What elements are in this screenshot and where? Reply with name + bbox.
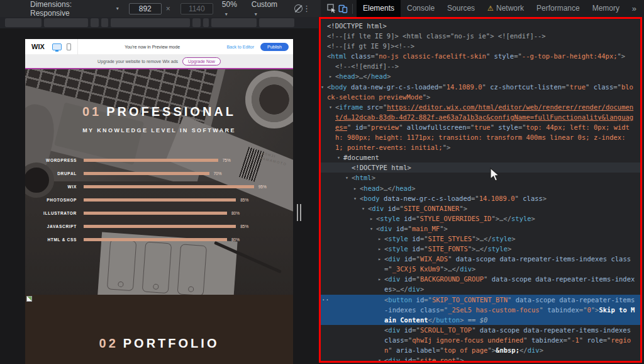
dimensions-dropdown[interactable]: Dimensions: Responsive — [30, 0, 113, 18]
more-tabs-icon[interactable]: » — [632, 4, 636, 13]
publish-button[interactable]: Publish — [260, 43, 289, 51]
dom-node-line[interactable]: ▾<div id="site-root"> — [321, 355, 640, 363]
skill-bar — [84, 185, 254, 188]
editor-topbar-segment — [101, 18, 108, 27]
skill-label: WIX — [25, 185, 77, 189]
viewport-background: WIX You're now in Preview mode Back to E… — [0, 28, 321, 364]
chevron-down-icon: ▾ — [116, 6, 119, 11]
expand-arrow-icon[interactable]: ▸ — [353, 183, 357, 193]
collapse-arrow-icon[interactable]: ▾ — [337, 152, 340, 162]
collapse-arrow-icon[interactable]: ▾ — [345, 173, 348, 183]
throttling-dropdown[interactable]: Custom▾ — [252, 0, 283, 18]
mobile-view-icon[interactable] — [67, 43, 71, 50]
section-title: 02PORTFOLIO — [25, 336, 293, 351]
dom-node-line[interactable]: ▾<iframe src="https://editor.wix.com/htm… — [321, 102, 640, 152]
dom-node-line[interactable]: <div id="SCROLL_TO_TOP" data-scope data-… — [321, 325, 640, 355]
skill-label: JAVASCRIPT — [25, 224, 77, 229]
dom-node-line[interactable]: ▾<body data-new-gr-c-s-loaded="14.1089.0… — [321, 193, 640, 203]
upgrade-banner: Upgrade your website to remove Wix ads U… — [25, 55, 293, 68]
tab-console[interactable]: Console — [401, 0, 441, 17]
skill-label: HTML & CSS — [25, 237, 77, 242]
viewport-resize-handle[interactable] — [297, 204, 301, 221]
skill-value: 85% — [240, 224, 248, 229]
screen: Dimensions: Responsive ▾ × 50%▾ Custom▾ … — [0, 0, 644, 364]
dom-node-line[interactable]: ▸<div id="BACKGROUND_GROUP" data-scope d… — [321, 274, 640, 294]
more-options-icon[interactable]: ⋮ — [303, 4, 311, 13]
dom-node-line[interactable]: ▸<style id="STYLE_OVERRIDES_ID">…</style… — [321, 213, 640, 224]
section-title: 01PROFESSIONAL — [25, 105, 293, 119]
viewport-width-input[interactable] — [129, 3, 162, 14]
expand-arrow-icon[interactable]: ▸ — [378, 234, 381, 244]
dom-node-line[interactable]: <html class="no-js classic-facelift-skin… — [321, 51, 640, 61]
collapse-arrow-icon[interactable]: ▾ — [362, 203, 365, 213]
divider — [352, 4, 353, 14]
tab-performance[interactable]: Performance — [530, 0, 586, 17]
expand-arrow-icon[interactable]: ▸ — [370, 213, 373, 224]
dom-node-line[interactable]: ▸<style id="SITE_STYLES">…</style> — [321, 234, 640, 244]
skill-label: DRUPAL — [25, 171, 77, 176]
collapse-arrow-icon[interactable]: ▾ — [329, 102, 332, 112]
dom-node-line[interactable]: <!--[if gt IE 9]><!--> — [321, 41, 640, 51]
toggle-device-toolbar-icon[interactable] — [337, 3, 348, 14]
upgrade-now-button[interactable]: Upgrade Now — [182, 57, 221, 65]
dom-node-line[interactable]: ▾<body data-new-gr-c-s-loaded="14.1089.0… — [321, 82, 640, 102]
collapse-arrow-icon[interactable]: ▾ — [321, 82, 324, 92]
skill-label: PHOTOSHOP — [25, 198, 77, 202]
dom-node-line[interactable]: <!DOCTYPE html> — [321, 21, 640, 31]
back-to-editor-link[interactable]: Back to Editor — [226, 45, 254, 49]
tab-memory[interactable]: Memory — [586, 0, 626, 17]
expand-arrow-icon[interactable]: ▸ — [378, 274, 381, 284]
collapse-arrow-icon[interactable]: ▾ — [353, 193, 357, 203]
mouse-cursor — [490, 168, 501, 183]
skill-row: ILLUSTRATOR80% — [25, 207, 293, 220]
throttling-value: Custom — [252, 0, 277, 9]
rotate-viewport-icon[interactable] — [294, 4, 303, 13]
dom-node-line[interactable]: ▸<head>…</head> — [321, 183, 640, 193]
tab-elements[interactable]: Elements — [357, 0, 401, 17]
wix-logo: WIX — [31, 43, 45, 50]
editor-topbar-segment — [211, 18, 257, 27]
expand-arrow-icon[interactable]: ▸ — [329, 71, 332, 81]
editor-topbar-segment — [44, 18, 88, 27]
upgrade-message: Upgrade your website to remove Wix ads — [97, 59, 178, 64]
collapse-arrow-icon[interactable]: ▾ — [370, 224, 373, 234]
dom-node-line[interactable]: ▾<div id="main_MF"> — [321, 224, 640, 234]
dom-node-line[interactable]: <!DOCTYPE html> — [321, 162, 640, 173]
skill-bar — [84, 198, 236, 202]
dom-node-line[interactable]: ▸<div id="WIX_ADS" data-scope data-repea… — [321, 254, 640, 274]
zoom-value: 50% — [222, 0, 237, 9]
wix-preview-topbar: WIX You're now in Preview mode Back to E… — [25, 39, 293, 55]
expand-arrow-icon[interactable]: ▸ — [378, 244, 381, 254]
tab-network[interactable]: ⚠Network — [481, 0, 530, 17]
expand-arrow-icon[interactable]: ▸ — [378, 254, 381, 264]
skill-label: ILLUSTRATOR — [25, 211, 77, 215]
dom-node-line[interactable]: <!--<![endif]--> — [321, 61, 640, 71]
skill-label: WORDPRESS — [25, 158, 77, 162]
chevron-down-icon: ▾ — [255, 11, 257, 17]
dom-node-line[interactable]: ▾#document — [321, 152, 640, 162]
dom-node-line[interactable]: ▸<head>…</head> — [321, 71, 640, 81]
tab-sources[interactable]: Sources — [441, 0, 481, 17]
dom-tree: <!DOCTYPE html><!--[if lte IE 9]> <html … — [321, 19, 640, 361]
dimension-times-separator: × — [166, 4, 170, 13]
portfolio-section: 02PORTFOLIO — [25, 295, 293, 364]
desktop-view-icon[interactable] — [52, 43, 62, 50]
section-number: 02 — [99, 336, 118, 350]
dom-node-line[interactable]: ▾<div id="SITE_CONTAINER"> — [321, 203, 640, 213]
skill-value: 70% — [214, 171, 222, 176]
collapse-arrow-icon[interactable]: ▾ — [378, 355, 381, 363]
skill-value: 75% — [223, 158, 231, 162]
highlight-red-frame: <!DOCTYPE html><!--[if lte IE 9]> <html … — [319, 17, 642, 363]
viewport-height-input[interactable] — [180, 3, 213, 14]
skill-row: WIX95% — [25, 180, 293, 193]
dom-node-line[interactable]: <!--[if lte IE 9]> <html class="no-js ie… — [321, 31, 640, 41]
dom-node-line[interactable]: ▾<html> — [321, 173, 640, 183]
dom-node-line[interactable]: ▸<style id="SITE_FONTS">…</style> — [321, 244, 640, 254]
skill-bar — [84, 225, 236, 228]
zoom-dropdown[interactable]: 50%▾ — [222, 0, 243, 18]
dom-node-line[interactable]: <button id="SKIP_TO_CONTENT_BTN" data-sc… — [321, 295, 640, 325]
device-toolbar: Dimensions: Responsive ▾ × 50%▾ Custom▾ … — [0, 0, 321, 17]
devtools-tabbar: Elements Console Sources ⚠Network Perfor… — [321, 0, 644, 17]
inspect-element-icon[interactable] — [326, 3, 337, 14]
preview-mode-message: You're now in Preview mode — [78, 45, 227, 49]
